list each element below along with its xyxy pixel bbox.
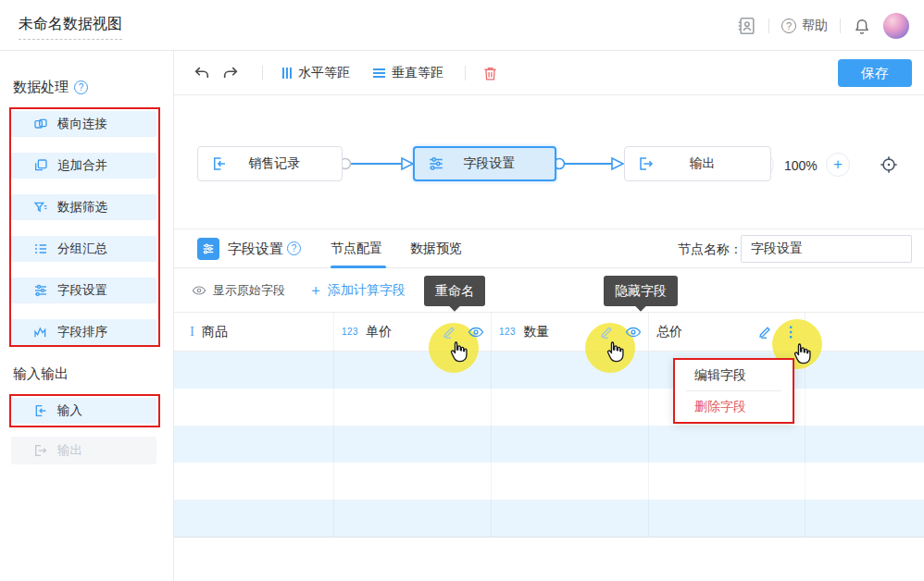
- column-header-product: I 商品: [174, 313, 334, 351]
- redo-button[interactable]: [222, 51, 239, 95]
- main-area: 水平等距 垂直等距 保存 − 100% +: [174, 51, 924, 581]
- sliders-node-icon: [428, 155, 444, 172]
- table-cell: [334, 463, 492, 500]
- hide-field-eye-icon[interactable]: [625, 324, 642, 340]
- trash-icon: [482, 66, 498, 81]
- node-label: 输出: [655, 155, 750, 172]
- zoom-level: 100%: [784, 158, 818, 173]
- number-type-icon: 123: [342, 327, 358, 337]
- context-menu-delete-field[interactable]: 删除字段: [675, 391, 793, 422]
- section-title: 输入输出: [13, 365, 69, 383]
- filter-icon: [33, 200, 48, 215]
- table-cell: [492, 426, 649, 463]
- sidebar-item-data-filter[interactable]: 数据筛选: [11, 194, 156, 220]
- node-label: 字段设置: [444, 155, 534, 172]
- table-cell: [174, 500, 334, 537]
- horizontal-spacing-button[interactable]: 水平等距: [282, 51, 350, 95]
- help-button[interactable]: ? 帮助: [781, 18, 828, 34]
- eye-icon: [192, 283, 206, 298]
- divider: [840, 19, 841, 33]
- node-sales-records[interactable]: 销售记录: [197, 146, 343, 181]
- dataview-title[interactable]: 未命名数据视图: [19, 15, 122, 40]
- app-window: 未命名数据视图 ? 帮助: [0, 0, 924, 581]
- show-original-fields-toggle[interactable]: 显示原始字段: [192, 268, 285, 313]
- section-data-processing: 数据处理 ?: [13, 79, 88, 96]
- zoom-in-button[interactable]: +: [826, 153, 850, 177]
- column-name: 商品: [202, 324, 228, 340]
- sidebar-item-horizontal-join[interactable]: 横向连接: [11, 111, 156, 137]
- add-calc-label: 添加计算字段: [328, 282, 406, 299]
- field-actions-bar: 显示原始字段 ＋ 添加计算字段: [174, 268, 924, 313]
- table-cell: [492, 389, 649, 426]
- input-icon: [33, 403, 48, 418]
- tab-node-config[interactable]: 节点配置: [331, 241, 382, 257]
- table-cell: [492, 500, 649, 537]
- help-icon: ?: [781, 19, 796, 33]
- context-menu-edit-field[interactable]: 编辑字段: [675, 360, 793, 390]
- add-calculated-field-button[interactable]: ＋ 添加计算字段: [308, 268, 406, 313]
- top-bar: 未命名数据视图 ? 帮助: [0, 0, 924, 51]
- sidebar-item-group-summary[interactable]: 分组汇总: [11, 236, 156, 262]
- vertical-spacing-label: 垂直等距: [392, 65, 443, 81]
- sliders-icon: [33, 283, 48, 298]
- field-context-menu: 编辑字段 删除字段: [673, 358, 794, 424]
- divider: [465, 66, 466, 80]
- rename-pencil-icon[interactable]: [442, 324, 457, 340]
- sidebar-item-input[interactable]: 输入: [11, 398, 156, 424]
- output-node-icon: [638, 155, 655, 172]
- vertical-spacing-button[interactable]: 垂直等距: [373, 51, 443, 95]
- sidebar-item-field-sort[interactable]: 字段排序: [11, 319, 156, 345]
- panel-title: 字段设置: [228, 241, 283, 258]
- sidebar-item-label: 追加合并: [57, 157, 107, 174]
- table-cell: [334, 500, 492, 537]
- sidebar-item-field-settings[interactable]: 字段设置: [11, 278, 156, 303]
- rename-pencil-icon[interactable]: [599, 324, 615, 340]
- section-title: 数据处理: [13, 79, 69, 96]
- undo-button[interactable]: [194, 51, 210, 95]
- column-header-empty: [805, 313, 924, 351]
- tooltip-text: 隐藏字段: [615, 283, 667, 300]
- table-row: [174, 426, 924, 463]
- join-icon: [33, 117, 48, 131]
- canvas-toolbar: 水平等距 垂直等距 保存: [174, 51, 924, 95]
- tooltip-text: 重命名: [435, 283, 474, 300]
- help-label: 帮助: [802, 18, 828, 34]
- node-label: 销售记录: [228, 155, 321, 172]
- input-node-icon: [211, 155, 228, 172]
- left-sidebar: 数据处理 ? 横向连接 追加合并 数据筛选 分组汇总: [0, 51, 174, 581]
- more-options-kebab-icon[interactable]: ⋮: [783, 325, 798, 340]
- hide-field-eye-icon[interactable]: [468, 324, 484, 340]
- divider: [768, 19, 769, 33]
- node-name-input[interactable]: [741, 235, 912, 263]
- panel-help-icon[interactable]: ?: [287, 241, 301, 255]
- user-avatar[interactable]: [883, 13, 909, 39]
- node-field-settings-selected[interactable]: 字段设置: [413, 146, 556, 181]
- sidebar-item-label: 横向连接: [57, 116, 107, 132]
- tooltip-hide-field: 隐藏字段: [604, 276, 678, 306]
- table-cell: [174, 463, 334, 500]
- divider: [262, 66, 263, 80]
- tab-data-preview[interactable]: 数据预览: [410, 241, 462, 257]
- edit-pencil-icon[interactable]: [757, 324, 773, 340]
- contacts-icon[interactable]: [736, 16, 756, 36]
- table-cell: [174, 426, 334, 463]
- table-cell: [805, 500, 924, 537]
- show-original-label: 显示原始字段: [213, 282, 285, 299]
- table-row: [174, 389, 924, 426]
- sidebar-item-label: 输出: [57, 442, 82, 459]
- table-cell: [649, 500, 805, 537]
- column-name: 数量: [523, 324, 549, 340]
- delete-node-button[interactable]: [482, 51, 498, 95]
- column-name: 总价: [656, 324, 682, 340]
- group-list-icon: [33, 241, 48, 256]
- flow-canvas[interactable]: − 100% +: [174, 95, 924, 229]
- sidebar-item-output-disabled: 输出: [11, 437, 156, 464]
- section-help-icon[interactable]: ?: [74, 80, 88, 94]
- plus-icon: ＋: [308, 281, 323, 301]
- annotation-box-process-group: [9, 107, 160, 347]
- locate-crosshair-button[interactable]: [879, 155, 899, 179]
- notification-bell-icon[interactable]: [853, 17, 871, 35]
- save-button[interactable]: 保存: [838, 59, 912, 87]
- node-output[interactable]: 输出: [624, 146, 771, 181]
- sidebar-item-append-merge[interactable]: 追加合并: [11, 153, 156, 179]
